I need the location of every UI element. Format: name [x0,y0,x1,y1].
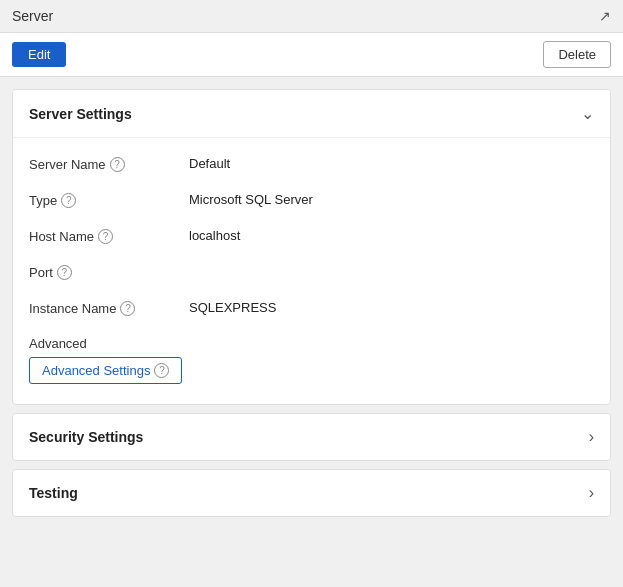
field-row-host-name: Host Name ? localhost [29,218,594,254]
advanced-label: Advanced [29,326,594,357]
testing-title: Testing [29,485,78,501]
field-row-instance-name: Instance Name ? SQLEXPRESS [29,290,594,326]
field-label-server-name: Server Name ? [29,156,189,172]
security-settings-section: Security Settings › [12,413,611,461]
security-settings-title: Security Settings [29,429,143,445]
server-settings-title: Server Settings [29,106,132,122]
field-row-type: Type ? Microsoft SQL Server [29,182,594,218]
page-container: Server ↗ Edit Delete Server Settings ⌄ S… [0,0,623,587]
page-title: Server [12,8,53,24]
delete-button[interactable]: Delete [543,41,611,68]
instance-name-help-icon[interactable]: ? [120,301,135,316]
type-help-icon[interactable]: ? [61,193,76,208]
advanced-settings-button[interactable]: Advanced Settings ? [29,357,182,384]
field-label-instance-name: Instance Name ? [29,300,189,316]
testing-header[interactable]: Testing › [13,470,610,516]
field-value-server-name: Default [189,156,594,171]
field-label-host-name: Host Name ? [29,228,189,244]
testing-chevron-icon: › [589,484,594,502]
security-settings-header[interactable]: Security Settings › [13,414,610,460]
page-header: Server ↗ [0,0,623,32]
field-value-instance-name: SQLEXPRESS [189,300,594,315]
field-row-server-name: Server Name ? Default [29,146,594,182]
server-settings-header[interactable]: Server Settings ⌄ [13,90,610,137]
server-settings-chevron-icon: ⌄ [581,104,594,123]
field-value-type: Microsoft SQL Server [189,192,594,207]
edit-button[interactable]: Edit [12,42,66,67]
advanced-settings-help-icon[interactable]: ? [154,363,169,378]
advanced-settings-row: Advanced Settings ? [29,357,594,384]
host-name-help-icon[interactable]: ? [98,229,113,244]
field-value-host-name: localhost [189,228,594,243]
main-content: Server Settings ⌄ Server Name ? Default … [0,77,623,587]
field-label-port: Port ? [29,264,189,280]
server-name-help-icon[interactable]: ? [110,157,125,172]
toolbar: Edit Delete [0,32,623,77]
testing-section: Testing › [12,469,611,517]
field-label-type: Type ? [29,192,189,208]
server-settings-section: Server Settings ⌄ Server Name ? Default … [12,89,611,405]
field-row-port: Port ? [29,254,594,290]
expand-icon[interactable]: ↗ [599,8,611,24]
security-settings-chevron-icon: › [589,428,594,446]
server-settings-content: Server Name ? Default Type ? Microsoft S… [13,137,610,404]
port-help-icon[interactable]: ? [57,265,72,280]
